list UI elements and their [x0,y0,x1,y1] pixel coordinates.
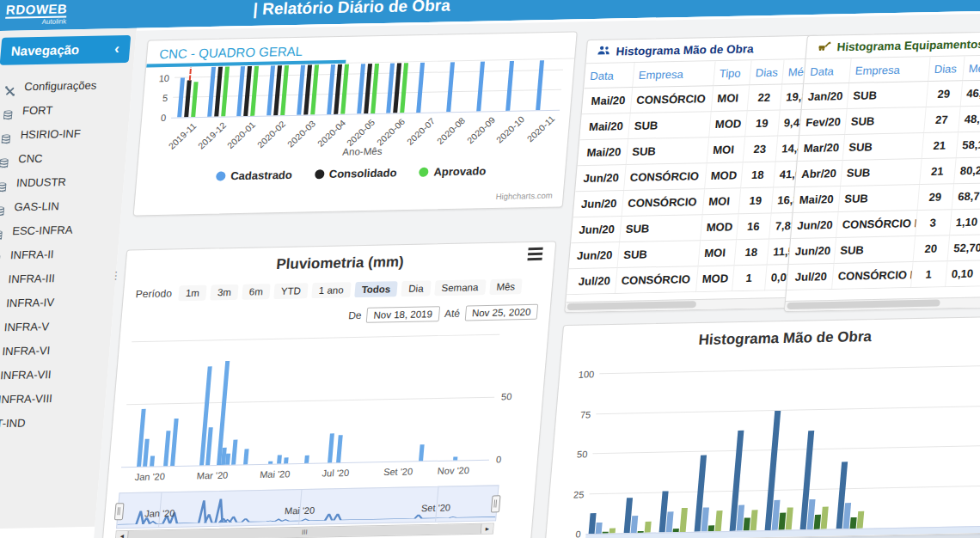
x-axis-label: Nov '20 [437,465,469,476]
sidebar-item-infra-v[interactable]: INFRA-V [0,314,113,340]
sidebar-item-label: FORT [21,99,54,124]
table-cell: MOD [704,162,743,189]
period-button-ytd[interactable]: YTD [273,283,309,299]
sidebar-item-esc-infra[interactable]: ESC-INFRA [0,217,121,244]
column-header[interactable]: Dias [749,60,783,85]
period-button-dia[interactable]: Dia [401,280,432,297]
legend-marker [419,168,429,177]
column-header[interactable]: Média Mensal [962,54,980,80]
equip-table-scroll-area[interactable]: DataEmpresaDiasMédia MensalJan/20SUB2946… [787,53,980,290]
chevron-left-icon[interactable]: ‹ [113,35,120,63]
period-button-mês[interactable]: Mês [489,278,523,295]
database-icon [0,273,1,285]
range-navigator[interactable]: Jan '20Mai '20Set '20 [116,485,499,529]
table-cell: 58,1 [956,131,980,158]
column-header[interactable]: Data [584,63,634,89]
data-table: DataEmpresaTipoDiasMédia MensalMai/20CON… [567,58,817,295]
y-gridline [132,334,499,343]
navigator-handle-left[interactable] [114,503,125,520]
scrollbar-thumb[interactable] [787,299,940,309]
column-header[interactable]: Empresa [632,61,714,87]
rain-bar [163,431,170,466]
date-to-label: Até [444,308,460,320]
tab-cnc-quadro-geral[interactable]: CNC - QUADRO GERAL [159,44,303,61]
date-from-input[interactable]: Nov 18, 2019 [366,306,440,323]
scroll-right-icon[interactable]: ► [481,523,493,533]
mao-de-obra-table-panel: Histograma Mão de Obra DataEmpresaTipoDi… [564,35,819,313]
sidebar-resize-handle[interactable]: ⋮ [110,271,121,281]
column-header[interactable]: Dias [928,56,964,81]
sidebar-header-label: Navegação [10,42,80,58]
sidebar-item-fort[interactable]: FORT [0,97,131,124]
database-icon [0,249,3,261]
table-cell: SUB [847,82,928,109]
database-icon [0,225,5,237]
database-icon [0,201,7,213]
rain-bar [225,454,230,465]
table-row: Jan/20SUB2946, [802,79,980,110]
y-gridline [126,397,494,406]
bar-series-light-green [715,510,723,531]
table-cell: CONSÓRCIO [615,266,698,294]
column-header[interactable]: Tipo [713,60,750,85]
scrollbar-thumb[interactable] [567,301,697,310]
date-to-input[interactable]: Nov 25, 2020 [464,304,538,321]
sidebar-item-infra-viii[interactable]: INFRA-VIII [0,386,107,413]
sidebar-item-infra-iv[interactable]: INFRA-IV [0,290,114,316]
period-button-1-ano[interactable]: 1 ano [311,282,351,298]
x-axis-label: 2020-01 [225,119,257,150]
period-button-1m[interactable]: 1m [178,285,206,302]
sidebar-item-industr[interactable]: INDUSTR [0,169,125,196]
bar-cadastrado [446,60,456,113]
sidebar-item-cnc[interactable]: CNC [0,145,127,172]
period-button-todos[interactable]: Todos [354,281,398,297]
x-axis-label: 2020-07 [405,116,437,147]
y-gridline [599,365,980,374]
table-cell: 16 [736,213,771,240]
navigator-handle-right[interactable] [491,495,501,512]
table-cell: Mai/20 [579,113,630,140]
rain-bar [170,419,179,467]
period-button-3m[interactable]: 3m [210,284,238,301]
sidebar-item-infra-vi[interactable]: INFRA-VI [0,338,111,364]
mao-table-scroll-area[interactable]: DataEmpresaTipoDiasMédia MensalMai/20CON… [567,58,817,295]
period-button-semana[interactable]: Semana [434,279,486,296]
highcharts-credit[interactable]: Highcharts.com [495,191,553,201]
y-axis-label: 50 [565,449,588,461]
table-row: Jul/20CONSÓRCIO N10,10 [787,260,980,290]
legend-item-aprovado[interactable]: Aprovado [419,164,487,179]
period-button-6m[interactable]: 6m [242,284,270,300]
sidebar-item-infra-iii[interactable]: INFRA-III [0,266,117,292]
logo[interactable]: RDOWEB Autolink [4,1,68,26]
equip-table-title: Histograma Equipamentos [836,37,980,52]
sidebar-item-t-ind[interactable]: T-IND [0,410,105,437]
legend-item-cadastrado[interactable]: Cadastrado [216,168,293,183]
date-from-label: De [348,309,363,321]
scroll-left-icon[interactable]: ◄ [116,531,128,538]
table-cell: 48, [958,105,980,132]
menu-icon[interactable] [528,253,542,255]
legend-label: Cadastrado [230,168,293,182]
column-header[interactable]: Data [804,58,850,84]
column-header[interactable]: Empresa [848,57,929,83]
sidebar-header[interactable]: Navegação ‹ [0,35,131,65]
y-gridline [596,406,980,414]
sidebar-item-configurações[interactable]: Configurações [0,73,133,100]
table-cell: MOI [702,188,741,215]
legend-item-consolidado[interactable]: Consolidado [314,166,397,180]
table-cell: 1,10 [949,208,980,235]
sidebar-item-infra-vii[interactable]: INFRA-VII [0,362,108,388]
table-cell: SUB [619,215,702,242]
x-axis-label: Jul '20 [322,468,349,479]
y-gridline [589,486,980,494]
sidebar-item-label: INFRA-II [9,242,55,267]
table-row: Jun/20CONSÓRCIO N31,10 [791,208,980,239]
logo-text: RDOWEB [5,1,68,18]
sidebar-item-hsirio-inf[interactable]: HSIRIO-INF [0,121,129,148]
table-row: Mai/20SUB2968,7 [793,182,980,213]
sidebar-item-gas-lin[interactable]: GAS-LIN [0,193,123,220]
table-cell: 46, [960,79,980,107]
table-header-row: DataEmpresaDiasMédia Mensal [804,54,980,83]
sidebar-item-infra-ii[interactable]: INFRA-II [0,241,119,268]
table-cell: Mar/20 [798,134,845,161]
